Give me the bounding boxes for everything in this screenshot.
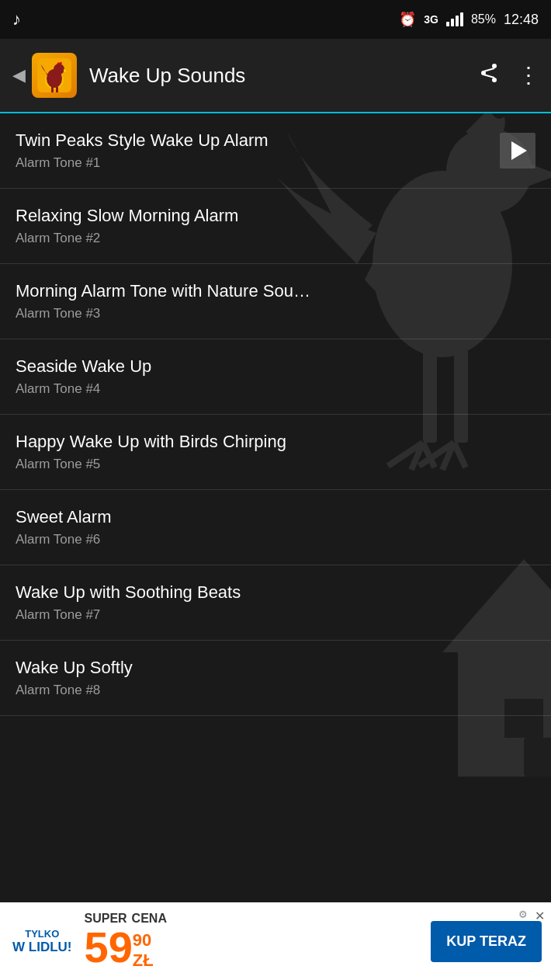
track-list-item-7[interactable]: Wake Up with Soothing BeatsAlarm Tone #7 [0, 565, 551, 641]
track-subtitle-5: Alarm Tone #5 [16, 457, 535, 472]
share-button[interactable] [479, 63, 499, 88]
ad-price-area: SUPER CENA 59 90 ZŁ [84, 912, 166, 971]
ad-cents: 90 [133, 930, 154, 950]
svg-rect-17 [56, 87, 58, 92]
toolbar-title: Wake Up Sounds [89, 64, 479, 88]
track-subtitle-1: Alarm Tone #1 [16, 155, 500, 171]
track-subtitle-8: Alarm Tone #8 [16, 683, 535, 698]
track-list: Twin Peaks Style Wake Up AlarmAlarm Tone… [0, 113, 551, 902]
ad-wlidlu-label: W LIDLU! [12, 940, 71, 955]
battery-label: 85% [471, 12, 496, 26]
ad-settings-icon[interactable]: ⚙ [518, 909, 528, 920]
track-list-item-8[interactable]: Wake Up SoftlyAlarm Tone #8 [0, 641, 551, 716]
track-title-4: Seaside Wake Up [16, 356, 535, 377]
track-title-1: Twin Peaks Style Wake Up Alarm [16, 130, 500, 151]
ad-lidl-logo: TYLKO W LIDLU! [9, 925, 75, 958]
signal-bars-icon [446, 12, 463, 26]
track-subtitle-2: Alarm Tone #2 [16, 231, 535, 246]
ad-cena-label: CENA [132, 912, 167, 926]
toolbar: ◀ Wake Up Sounds [0, 39, 551, 113]
track-text-3: Morning Alarm Tone with Nature Sou…Alarm… [16, 281, 535, 321]
back-button[interactable]: ◀ [12, 65, 26, 85]
ad-content: TYLKO W LIDLU! SUPER CENA 59 90 ZŁ KUP T… [9, 912, 542, 971]
track-subtitle-7: Alarm Tone #7 [16, 607, 535, 623]
track-text-5: Happy Wake Up with Birds ChirpingAlarm T… [16, 432, 535, 472]
ad-banner: TYLKO W LIDLU! SUPER CENA 59 90 ZŁ KUP T… [0, 902, 551, 980]
alarm-icon: ⏰ [399, 11, 416, 28]
overflow-menu-button[interactable]: ⋮ [518, 69, 539, 82]
track-text-1: Twin Peaks Style Wake Up AlarmAlarm Tone… [16, 130, 500, 171]
status-right: ⏰ 3G 85% 12:48 [399, 11, 539, 28]
track-title-8: Wake Up Softly [16, 658, 535, 678]
status-left: ♪ [12, 9, 21, 30]
track-title-7: Wake Up with Soothing Beats [16, 582, 535, 603]
track-list-item-4[interactable]: Seaside Wake UpAlarm Tone #4 [0, 339, 551, 415]
track-list-item-5[interactable]: Happy Wake Up with Birds ChirpingAlarm T… [0, 415, 551, 490]
track-list-item-1[interactable]: Twin Peaks Style Wake Up AlarmAlarm Tone… [0, 113, 551, 189]
track-text-4: Seaside Wake UpAlarm Tone #4 [16, 356, 535, 397]
svg-point-18 [492, 64, 497, 68]
toolbar-actions: ⋮ [479, 63, 539, 88]
track-text-7: Wake Up with Soothing BeatsAlarm Tone #7 [16, 582, 535, 623]
track-title-3: Morning Alarm Tone with Nature Sou… [16, 281, 535, 301]
track-subtitle-4: Alarm Tone #4 [16, 381, 535, 397]
time-label: 12:48 [504, 12, 539, 28]
track-text-8: Wake Up SoftlyAlarm Tone #8 [16, 658, 535, 698]
music-note-icon: ♪ [12, 9, 21, 30]
app-icon [32, 53, 77, 98]
ad-price-details: 59 90 ZŁ [84, 926, 153, 971]
network-label: 3G [424, 13, 438, 26]
svg-point-19 [492, 78, 497, 82]
track-title-6: Sweet Alarm [16, 507, 535, 527]
status-bar: ♪ ⏰ 3G 85% 12:48 [0, 0, 551, 39]
ad-price-number: 59 [84, 926, 132, 969]
ad-close-icon[interactable]: ✕ [535, 909, 545, 923]
svg-line-22 [483, 75, 494, 78]
ad-cta-button[interactable]: KUP TERAZ [431, 921, 542, 962]
svg-rect-16 [51, 87, 54, 92]
track-list-item-3[interactable]: Morning Alarm Tone with Nature Sou…Alarm… [0, 264, 551, 339]
svg-line-21 [483, 68, 494, 71]
track-list-item-2[interactable]: Relaxing Slow Morning AlarmAlarm Tone #2 [0, 189, 551, 264]
ad-tylko-label: TYLKO [25, 928, 59, 940]
track-subtitle-6: Alarm Tone #6 [16, 532, 535, 547]
track-text-6: Sweet AlarmAlarm Tone #6 [16, 507, 535, 547]
track-subtitle-3: Alarm Tone #3 [16, 306, 535, 321]
svg-point-14 [54, 64, 64, 75]
track-text-2: Relaxing Slow Morning AlarmAlarm Tone #2 [16, 206, 535, 246]
ad-currency: ZŁ [133, 950, 154, 971]
track-list-item-6[interactable]: Sweet AlarmAlarm Tone #6 [0, 490, 551, 565]
track-title-5: Happy Wake Up with Birds Chirping [16, 432, 535, 452]
play-button-1[interactable] [500, 133, 535, 169]
track-title-2: Relaxing Slow Morning Alarm [16, 206, 535, 226]
play-icon-1 [511, 141, 527, 160]
